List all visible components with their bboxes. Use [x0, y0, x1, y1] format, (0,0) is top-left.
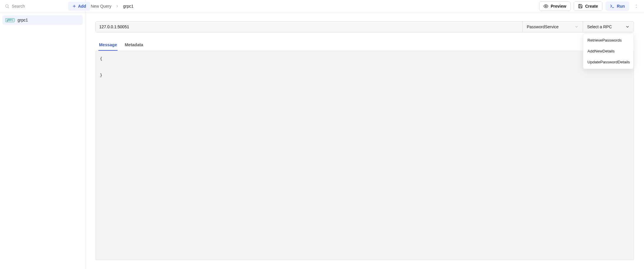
service-value: PasswordService — [527, 24, 559, 29]
content: PasswordService Select a RPC RetrievePas… — [85, 12, 644, 269]
rpc-option[interactable]: UpdatePasswordDetails — [583, 57, 633, 67]
breadcrumb: New Query grpc1 — [91, 4, 133, 9]
sidebar: Add gRPC grpc1 — [0, 0, 85, 269]
connection-row: PasswordService Select a RPC RetrievePas… — [95, 21, 634, 32]
sidebar-list: gRPC grpc1 — [0, 12, 85, 28]
eye-icon — [544, 4, 548, 9]
sidebar-top: Add — [0, 0, 85, 12]
tab-message[interactable]: Message — [98, 41, 118, 51]
svg-point-4 — [545, 6, 546, 7]
svg-point-0 — [6, 4, 8, 7]
add-label: Add — [78, 4, 86, 9]
terminal-icon — [610, 4, 615, 9]
chevron-up-icon — [635, 4, 638, 6]
tab-metadata[interactable]: Metadata — [124, 41, 144, 51]
preview-label: Preview — [551, 4, 566, 9]
grpc-badge-icon: gRPC — [5, 18, 15, 22]
sidebar-item-grpc1[interactable]: gRPC grpc1 — [2, 15, 83, 25]
rpc-option[interactable]: RetrievePasswords — [583, 35, 633, 46]
chevron-right-icon — [115, 4, 119, 8]
rpc-dropdown: RetrievePasswords AddNewDetails UpdatePa… — [583, 33, 634, 69]
run-label: Run — [617, 4, 625, 9]
tabs: Message Metadata — [95, 41, 634, 51]
main: New Query grpc1 Preview Create Run — [85, 0, 644, 269]
message-editor[interactable]: { } — [95, 51, 634, 260]
breadcrumb-root[interactable]: New Query — [91, 4, 111, 9]
plus-icon — [72, 4, 76, 8]
service-select[interactable]: PasswordService — [523, 22, 583, 32]
rpc-select[interactable]: Select a RPC RetrievePasswords AddNewDet… — [583, 22, 634, 32]
create-label: Create — [585, 4, 598, 9]
chevron-down-icon — [574, 25, 579, 29]
chevron-down-icon — [625, 25, 630, 29]
search-icon — [5, 4, 9, 9]
create-button[interactable]: Create — [574, 1, 602, 11]
sidebar-item-label: grpc1 — [18, 18, 28, 22]
save-icon — [578, 4, 583, 9]
topbar-actions: Preview Create Run — [539, 1, 640, 11]
run-button[interactable]: Run — [605, 1, 629, 11]
preview-button[interactable]: Preview — [539, 1, 571, 11]
svg-line-1 — [8, 7, 9, 8]
rpc-placeholder: Select a RPC — [587, 24, 612, 29]
more-menu-button[interactable] — [632, 2, 640, 10]
search-input[interactable] — [12, 4, 63, 9]
breadcrumb-current: grpc1 — [123, 4, 133, 9]
search-wrap[interactable] — [2, 2, 66, 10]
topbar: New Query grpc1 Preview Create Run — [85, 0, 644, 12]
chevron-down-icon — [635, 6, 638, 8]
host-input[interactable] — [96, 22, 523, 32]
rpc-option[interactable]: AddNewDetails — [583, 46, 633, 57]
